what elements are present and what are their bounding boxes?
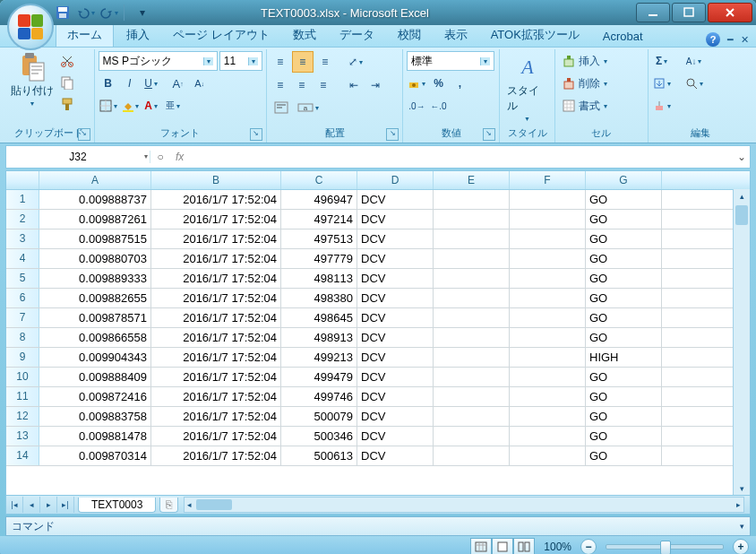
tab-atok[interactable]: ATOK拡張ツール [480,23,590,47]
comma-icon[interactable]: , [450,74,469,93]
command-bar[interactable]: コマンド ▾ [5,516,751,536]
cell[interactable]: 0.009887261 [39,210,151,229]
cell[interactable] [510,407,586,426]
shrink-font-icon[interactable]: A↓ [190,74,210,93]
help-icon[interactable]: ? [706,32,720,47]
column-header[interactable]: A [39,171,151,189]
tab-formulas[interactable]: 数式 [282,23,327,47]
name-box[interactable]: J32▾ [6,151,150,163]
cell[interactable]: 0.009889333 [39,269,151,288]
cell[interactable]: GO [586,190,662,209]
clipboard-dialog-launcher[interactable]: ↘ [78,128,90,141]
cell[interactable]: HIGH [586,348,662,367]
row-header[interactable]: 4 [6,249,39,268]
cell[interactable]: 0.009887515 [39,229,151,248]
cell[interactable]: GO [586,407,662,426]
row-header[interactable]: 7 [6,308,39,327]
cell[interactable]: 498913 [281,328,357,347]
percent-icon[interactable]: % [428,74,448,93]
column-header[interactable]: C [281,171,357,189]
cell[interactable]: DCV [357,387,434,406]
row-header[interactable]: 2 [6,210,39,229]
cell[interactable]: 2016/1/7 17:52:04 [151,427,281,446]
cell[interactable]: DCV [357,348,434,367]
column-header[interactable]: B [151,171,281,189]
increase-indent-icon[interactable]: ⇥ [365,75,385,95]
cell[interactable] [434,269,510,288]
cell[interactable]: 2016/1/7 17:52:04 [151,269,281,288]
cell[interactable]: GO [586,249,662,268]
cell[interactable] [434,407,510,426]
cell[interactable]: 2016/1/7 17:52:04 [151,407,281,426]
cell[interactable]: 2016/1/7 17:52:04 [151,289,281,307]
cell[interactable]: 0.009870314 [39,446,151,465]
align-center-icon[interactable]: ≡ [292,75,312,95]
cell[interactable] [434,427,510,446]
paste-button[interactable]: 貼り付け ▼ [7,51,57,108]
row-header[interactable]: 1 [6,190,39,209]
cell[interactable]: 497214 [281,210,357,229]
cell[interactable] [510,190,586,209]
align-middle-icon[interactable]: ≡ [292,51,314,73]
cell[interactable]: GO [586,308,662,327]
font-dialog-launcher[interactable]: ↘ [250,128,262,141]
cell[interactable]: DCV [357,328,434,347]
number-dialog-launcher[interactable]: ↘ [483,128,495,141]
bold-button[interactable]: B [99,74,118,93]
autosum-icon[interactable]: Σ [652,51,672,71]
zoom-percent[interactable]: 100% [540,541,575,553]
align-right-icon[interactable]: ≡ [314,75,333,95]
cell[interactable] [434,387,510,406]
currency-icon[interactable] [407,74,426,93]
cell[interactable] [510,446,586,465]
cell[interactable] [434,328,510,347]
cell[interactable]: 499479 [281,368,357,386]
row-header[interactable]: 14 [6,446,39,465]
sheet-tab-active[interactable]: TEXT0003 [78,498,156,513]
clear-icon[interactable] [652,96,672,116]
column-header[interactable]: F [510,171,586,189]
align-bottom-icon[interactable]: ≡ [315,52,335,72]
horizontal-scrollbar[interactable]: ◂ ▸ [184,497,744,513]
office-button[interactable] [7,4,54,50]
find-select-icon[interactable] [684,74,704,93]
row-header[interactable]: 8 [6,328,39,347]
cell[interactable]: DCV [357,308,434,327]
cell[interactable] [510,229,586,248]
sheet-nav-prev-icon[interactable]: ◂ [23,497,40,513]
grow-font-icon[interactable]: A↑ [168,74,188,93]
cell[interactable]: GO [586,210,662,229]
cell[interactable]: 0.009883758 [39,407,151,426]
cell[interactable]: 497779 [281,249,357,268]
cell[interactable] [510,308,586,327]
cell[interactable]: 498113 [281,269,357,288]
cell[interactable]: 2016/1/7 17:52:04 [151,446,281,465]
page-break-view-icon[interactable] [513,538,535,554]
cell[interactable]: DCV [357,407,434,426]
cell[interactable]: 2016/1/7 17:52:04 [151,229,281,248]
cell[interactable]: 2016/1/7 17:52:04 [151,210,281,229]
tab-acrobat[interactable]: Acrobat [592,26,654,47]
cell[interactable] [510,289,586,307]
cell[interactable]: 496947 [281,190,357,209]
cell[interactable]: 499213 [281,348,357,367]
cut-icon[interactable] [57,51,77,71]
decrease-decimal-icon[interactable]: ←.0 [428,96,448,116]
cell[interactable] [434,368,510,386]
redo-icon[interactable] [100,4,118,22]
tab-home[interactable]: ホーム [56,22,114,47]
tab-page-layout[interactable]: ページ レイアウト [162,23,280,47]
page-layout-view-icon[interactable] [492,538,513,554]
minimize-ribbon-icon[interactable]: ━ [727,34,734,46]
cell[interactable]: 0.009878571 [39,308,151,327]
cell[interactable]: 2016/1/7 17:52:04 [151,328,281,347]
delete-cells-button[interactable]: 削除 [559,74,611,93]
align-left-icon[interactable]: ≡ [271,75,290,95]
cell[interactable]: DCV [357,210,434,229]
cell[interactable]: GO [586,387,662,406]
cell[interactable]: GO [586,289,662,307]
cell[interactable] [434,446,510,465]
font-color-icon[interactable]: A [142,96,161,116]
fill-icon[interactable] [652,74,672,93]
zoom-in-icon[interactable]: + [733,539,749,554]
